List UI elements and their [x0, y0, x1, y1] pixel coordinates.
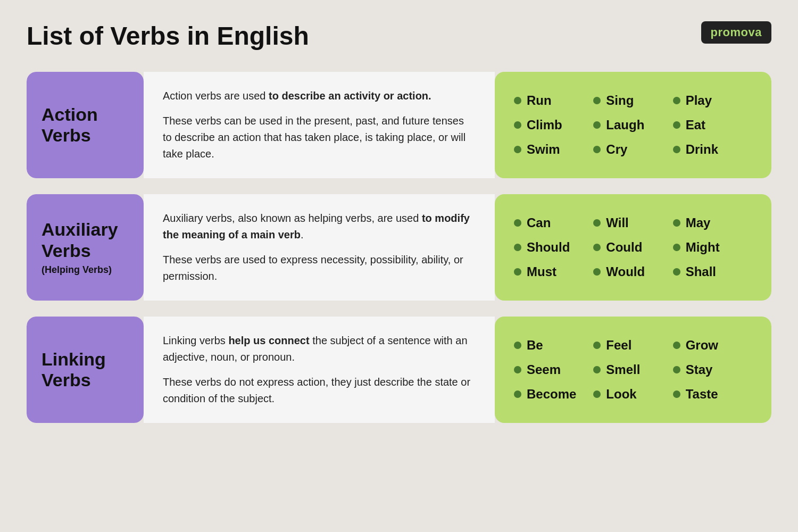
- verb-examples-auxiliary: CanWillMayShouldCouldMightMustWouldShall: [495, 194, 771, 301]
- bullet-dot: [673, 97, 680, 104]
- bullet-dot: [673, 244, 680, 251]
- example-word: Be: [527, 338, 543, 353]
- example-word: Cry: [606, 142, 627, 157]
- bullet-dot: [593, 244, 601, 251]
- example-item: Drink: [673, 142, 752, 157]
- example-word: Must: [527, 264, 556, 279]
- example-item: Laugh: [593, 118, 672, 132]
- verb-type-linking: LinkingVerbs: [41, 349, 129, 390]
- bullet-dot: [514, 268, 521, 276]
- example-word: Shall: [686, 264, 716, 279]
- example-item: Could: [593, 240, 672, 255]
- example-item: Taste: [673, 387, 752, 402]
- page-title: List of Verbs in English: [27, 21, 309, 51]
- example-word: Become: [527, 387, 576, 402]
- bullet-dot: [514, 219, 521, 227]
- verb-row-auxiliary: AuxiliaryVerbs(Helping Verbs)Auxiliary v…: [27, 194, 771, 301]
- description-paragraph: These verbs are used to express necessit…: [163, 252, 476, 285]
- verb-examples-linking: BeFeelGrowSeemSmellStayBecomeLookTaste: [495, 317, 771, 423]
- verb-label-action: ActionVerbs: [27, 72, 144, 178]
- example-item: Can: [514, 215, 593, 230]
- verb-rows-container: ActionVerbsAction verbs are used to desc…: [27, 72, 771, 423]
- example-item: Shall: [673, 264, 752, 279]
- verb-examples-action: RunSingPlayClimbLaughEatSwimCryDrink: [495, 72, 771, 178]
- example-word: Play: [686, 93, 712, 108]
- example-word: Sing: [606, 93, 634, 108]
- bullet-dot: [593, 390, 601, 398]
- verb-type-action: ActionVerbs: [41, 104, 129, 146]
- example-word: Drink: [686, 142, 718, 157]
- example-item: Run: [514, 93, 593, 108]
- brand-name: promova: [711, 26, 762, 39]
- bullet-dot: [514, 366, 521, 373]
- bullet-dot: [673, 342, 680, 349]
- example-word: Might: [686, 240, 720, 255]
- bullet-dot: [514, 342, 521, 349]
- example-word: May: [686, 215, 711, 230]
- example-word: Look: [606, 387, 636, 402]
- bullet-dot: [673, 146, 680, 153]
- example-item: Climb: [514, 118, 593, 132]
- example-word: Would: [606, 264, 645, 279]
- bullet-dot: [673, 268, 680, 276]
- verb-type-auxiliary: AuxiliaryVerbs: [41, 219, 129, 261]
- example-word: Grow: [686, 338, 718, 353]
- example-word: Swim: [527, 142, 560, 157]
- example-word: Run: [527, 93, 552, 108]
- examples-grid-linking: BeFeelGrowSeemSmellStayBecomeLookTaste: [514, 338, 752, 402]
- description-paragraph: Linking verbs help us connect the subjec…: [163, 332, 476, 365]
- bullet-dot: [593, 268, 601, 276]
- bullet-dot: [593, 366, 601, 373]
- examples-grid-action: RunSingPlayClimbLaughEatSwimCryDrink: [514, 93, 752, 157]
- page-header: List of Verbs in English promova: [27, 21, 771, 51]
- example-word: Feel: [606, 338, 631, 353]
- verb-subtitle-auxiliary: (Helping Verbs): [41, 264, 129, 276]
- bullet-dot: [514, 97, 521, 104]
- verb-description-auxiliary: Auxiliary verbs, also known as helping v…: [144, 194, 495, 301]
- verb-label-auxiliary: AuxiliaryVerbs(Helping Verbs): [27, 194, 144, 301]
- example-word: Could: [606, 240, 642, 255]
- description-paragraph: Action verbs are used to describe an act…: [163, 88, 476, 104]
- examples-grid-auxiliary: CanWillMayShouldCouldMightMustWouldShall: [514, 215, 752, 279]
- example-word: Taste: [686, 387, 718, 402]
- description-paragraph: These verbs do not express action, they …: [163, 374, 476, 407]
- example-item: Eat: [673, 118, 752, 132]
- bullet-dot: [593, 219, 601, 227]
- bullet-dot: [593, 121, 601, 129]
- bullet-dot: [673, 121, 680, 129]
- example-item: Grow: [673, 338, 752, 353]
- example-word: Eat: [686, 118, 705, 132]
- bullet-dot: [673, 366, 680, 373]
- example-word: Should: [527, 240, 570, 255]
- example-item: Will: [593, 215, 672, 230]
- bullet-dot: [593, 342, 601, 349]
- bullet-dot: [514, 390, 521, 398]
- example-word: Laugh: [606, 118, 644, 132]
- bullet-dot: [593, 97, 601, 104]
- bullet-dot: [514, 121, 521, 129]
- example-word: Can: [527, 215, 551, 230]
- example-item: Cry: [593, 142, 672, 157]
- bullet-dot: [514, 146, 521, 153]
- example-item: Might: [673, 240, 752, 255]
- example-item: Must: [514, 264, 593, 279]
- example-word: Climb: [527, 118, 562, 132]
- description-paragraph: Auxiliary verbs, also known as helping v…: [163, 210, 476, 243]
- bullet-dot: [673, 219, 680, 227]
- verb-description-action: Action verbs are used to describe an act…: [144, 72, 495, 178]
- example-item: Be: [514, 338, 593, 353]
- verb-row-linking: LinkingVerbsLinking verbs help us connec…: [27, 317, 771, 423]
- example-item: Stay: [673, 362, 752, 377]
- example-item: Smell: [593, 362, 672, 377]
- bullet-dot: [673, 390, 680, 398]
- example-word: Stay: [686, 362, 713, 377]
- verb-row-action: ActionVerbsAction verbs are used to desc…: [27, 72, 771, 178]
- example-item: Swim: [514, 142, 593, 157]
- example-item: Look: [593, 387, 672, 402]
- example-word: Will: [606, 215, 628, 230]
- verb-description-linking: Linking verbs help us connect the subjec…: [144, 317, 495, 423]
- example-item: Become: [514, 387, 593, 402]
- example-item: Seem: [514, 362, 593, 377]
- bullet-dot: [514, 244, 521, 251]
- description-paragraph: These verbs can be used in the present, …: [163, 113, 476, 162]
